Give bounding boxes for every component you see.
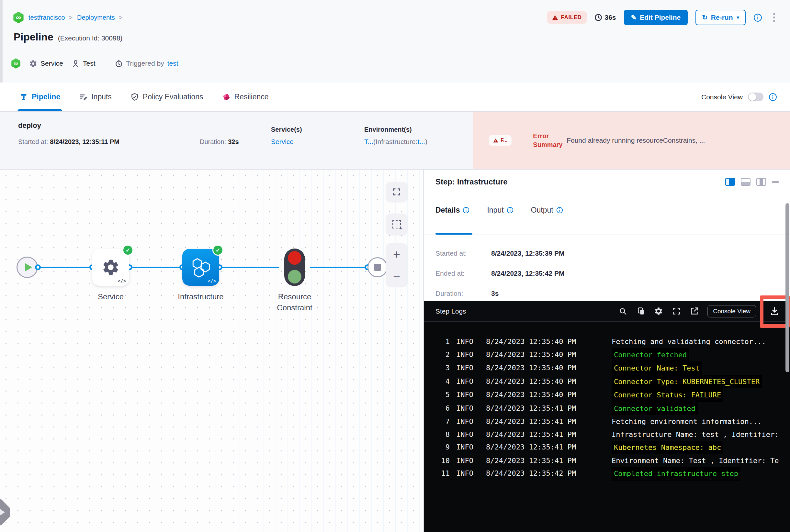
rerun-button[interactable]: ↻ Re-run ▾ [696,10,746,25]
connector-line [129,267,182,268]
log-level: INFO [456,361,478,375]
rerun-label: Re-run [711,14,733,21]
end-node[interactable] [367,257,388,277]
test-rig-icon [72,59,80,68]
infrastructure-step-node[interactable]: ✓ </> [182,249,219,286]
clock-icon [594,14,602,21]
detail-label: Started at: [436,249,491,257]
pipeline-graph-canvas[interactable]: ✓ </> ✓ </> Service Infrastructure Resou… [0,170,423,532]
log-line-number: 4 [435,375,450,388]
detail-value: 3s [491,290,499,298]
info-icon[interactable] [463,207,470,213]
chevron-down-icon[interactable]: ▾ [737,15,739,20]
trigger-info: Triggered by test [115,59,178,68]
status-badge-label: FAILED [561,14,582,21]
logs-console-view-button[interactable]: Console View [708,305,756,318]
canvas-fullscreen-button[interactable] [386,182,407,202]
log-toolbar: Console View [619,301,784,322]
environment-name[interactable]: T... [364,138,373,145]
minimize-panel-button[interactable] [772,181,779,183]
copy-logs-button[interactable] [636,307,645,316]
console-view-toggle[interactable] [748,93,764,101]
error-status-badge: F... [489,135,512,146]
panel-scrollbar[interactable] [786,203,789,372]
tab-resilience-label: Resilience [234,93,269,101]
tab-details-label: Details [436,206,460,214]
detail-row: Duration: 3s [436,284,565,304]
detail-row: Ended at: 8/24/2023, 12:35:42 PM [436,263,565,284]
meta-row: ∞ Service Test [11,54,187,73]
duration: Duration:32s [200,138,239,146]
log-line: 1 INFO 8/24/2023 12:35:40 PM Fetching an… [435,335,790,348]
info-icon[interactable] [556,207,563,213]
tab-policy-evaluations[interactable]: Policy Evaluations [130,82,203,111]
code-icon: </> [117,278,126,284]
download-logs-button[interactable] [765,301,784,322]
detail-value: 8/24/2023, 12:35:42 PM [491,269,565,277]
log-line-number: 6 [435,402,450,416]
panel-layout-controls [725,178,779,186]
zoom-in-button[interactable]: + [393,248,400,261]
edit-pipeline-button[interactable]: ✎ Edit Pipeline [624,10,688,25]
canvas-marquee-select-button[interactable] [386,213,407,235]
page-title: Pipeline [14,31,53,43]
breadcrumb: ∞ testfrancisco > Deployments > FAILED [13,8,778,26]
logs-fullscreen-button[interactable] [672,307,681,316]
search-logs-button[interactable] [619,307,627,316]
pipeline-execution-page: ∞ testfrancisco > Deployments > FAILED [0,0,790,532]
log-timestamp: 8/24/2023 12:35:42 PM [486,467,595,480]
layout-float-icon[interactable] [756,178,766,186]
log-settings-button[interactable] [654,307,663,316]
service-step-node[interactable]: ✓ </> [92,249,129,286]
log-level: INFO [456,375,478,388]
node-label-infrastructure: Infrastructure [173,291,228,302]
log-level: INFO [456,388,478,402]
trigger-user-link[interactable]: test [167,59,178,67]
info-icon[interactable] [769,93,777,101]
error-summary-text: Found already running resourceConstrains… [567,136,790,144]
connector-line [220,267,279,268]
open-logs-new-tab-button[interactable] [690,307,699,316]
layout-bottom-icon[interactable] [741,178,751,186]
log-message: Infrastructure Name: test , Identifier: [612,428,779,441]
tab-resilience[interactable]: Resilience [222,82,269,111]
inputs-icon [79,93,87,101]
left-drawer-handle[interactable] [0,496,10,528]
environments-column: Environment(s) T...(Infrastructure:t...) [364,126,427,146]
info-icon[interactable] [507,207,514,213]
step-panel-tabs: Details Input Output [436,206,563,214]
breadcrumb-deployments-link[interactable]: Deployments [77,14,115,21]
log-line-number: 1 [435,335,450,348]
detail-label: Ended at: [436,269,491,277]
success-check-badge: ✓ [122,245,133,255]
tab-inputs[interactable]: Inputs [79,82,112,111]
tab-input[interactable]: Input [487,206,513,214]
step-logs-panel: Step Logs [424,301,790,532]
policy-shield-icon [130,93,139,101]
started-at-label: Started at: [18,138,48,145]
log-line: 5 INFO 8/24/2023 12:35:40 PM Connector S… [435,388,790,402]
traffic-red-light [288,251,301,265]
log-line-number: 7 [435,415,450,428]
service-link[interactable]: Service [271,138,302,146]
environment-link[interactable]: T...(Infrastructure:t...) [364,138,427,146]
error-badge-label: F... [500,137,507,144]
kebab-menu-icon[interactable] [770,12,778,23]
node-label-service: Service [92,291,129,302]
breadcrumb-project-link[interactable]: testfrancisco [29,14,65,21]
layout-right-icon[interactable] [725,178,735,186]
copy-icon [637,307,645,316]
tab-pipeline[interactable]: Pipeline [19,82,60,111]
log-line-number: 11 [435,467,450,480]
harness-module-icon: ∞ [11,58,21,69]
gear-icon [29,59,37,68]
resource-constraint-node[interactable] [284,248,305,286]
zoom-out-button[interactable]: − [393,270,400,282]
infrastructure-link[interactable]: t... [418,138,425,145]
log-line-number: 10 [435,454,450,467]
log-message: Completed infrastructure step [612,467,740,480]
tab-output[interactable]: Output [531,206,563,214]
tab-details[interactable]: Details [436,206,470,214]
info-icon[interactable] [753,13,762,22]
log-line: 9 INFO 8/24/2023 12:35:41 PM Kubernetes … [435,441,790,454]
